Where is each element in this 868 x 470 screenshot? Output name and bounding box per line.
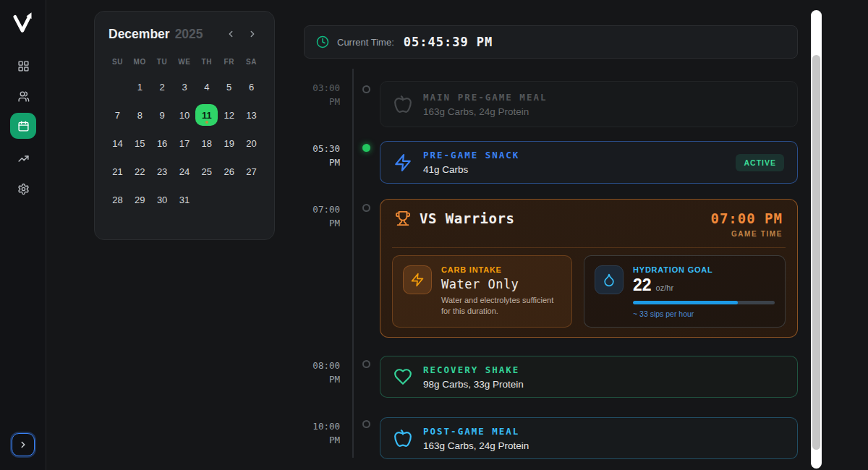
calendar-day[interactable]: 26 — [218, 161, 240, 182]
calendar-header: December2025 — [106, 26, 263, 42]
zap-icon — [393, 153, 412, 172]
calendar-next-button[interactable] — [244, 26, 260, 42]
timeline-dot-upcoming — [362, 420, 370, 428]
calendar-day[interactable]: 28 — [106, 189, 129, 210]
event-card-main-pre-game-meal[interactable]: MAIN PRE-GAME MEAL 163g Carbs, 24g Prote… — [380, 81, 798, 127]
event-subtitle: 163g Carbs, 24g Protein — [423, 106, 547, 117]
trophy-icon — [395, 210, 411, 226]
calendar-day[interactable]: 6 — [240, 76, 263, 98]
calendar-day[interactable]: 29 — [129, 189, 151, 210]
calendar-day[interactable]: 1 — [129, 76, 151, 98]
heart-icon — [393, 367, 412, 386]
timeline-time-0530pm: 05:30PM — [304, 142, 340, 169]
calendar-day[interactable]: 17 — [174, 132, 196, 154]
calendar-day[interactable]: 25 — [195, 161, 218, 182]
game-time-label: GAME TIME — [710, 230, 783, 238]
apple-icon — [393, 95, 412, 114]
calendar-day[interactable]: 13 — [240, 104, 263, 126]
weekday-label: SU — [106, 58, 129, 66]
hydration-content: HYDRATION GOAL 22oz/hr ~ 33 sips per hou… — [633, 265, 775, 317]
active-status-badge: ACTIVE — [736, 154, 784, 171]
calendar-day[interactable]: 31 — [174, 189, 196, 210]
calendar-day[interactable]: 20 — [240, 132, 263, 154]
scrollbar-thumb[interactable] — [812, 55, 820, 450]
calendar-day[interactable]: 7 — [106, 104, 129, 126]
calendar-day[interactable]: 5 — [218, 76, 240, 98]
sidebar — [0, 0, 46, 470]
calendar-day[interactable]: 21 — [106, 161, 129, 182]
game-title: VS Warriors — [420, 210, 514, 226]
hydration-goal-card[interactable]: HYDRATION GOAL 22oz/hr ~ 33 sips per hou… — [584, 255, 786, 328]
sidebar-item-dashboard[interactable] — [0, 59, 46, 73]
sidebar-item-trends[interactable] — [0, 151, 46, 166]
carb-intake-description: Water and electrolytes sufficient for th… — [441, 295, 561, 317]
scrollbar-track[interactable] — [811, 10, 822, 469]
chevron-right-icon — [247, 29, 258, 39]
calendar-day[interactable]: 3 — [174, 76, 196, 98]
calendar-day[interactable]: 23 — [151, 161, 174, 182]
weekday-label: WE — [174, 58, 196, 66]
event-card-pre-game-snack[interactable]: PRE-GAME SNACK 41g Carbs ACTIVE — [380, 141, 798, 184]
calendar-nav — [223, 26, 260, 42]
hydration-note: ~ 33 sips per hour — [633, 309, 775, 318]
calendar-event-dot — [205, 121, 208, 124]
v-arrow-logo-icon — [10, 25, 36, 37]
event-card-recovery-shake[interactable]: RECOVERY SHAKE 98g Carbs, 33g Protein — [380, 356, 798, 398]
calendar-day[interactable]: 9 — [151, 104, 174, 126]
sidebar-item-team[interactable] — [0, 89, 46, 103]
calendar-day[interactable]: 4 — [195, 76, 218, 98]
chevron-right-icon — [18, 440, 28, 450]
apple-icon — [393, 429, 412, 448]
hydration-progress-fill — [633, 301, 738, 304]
brand-logo[interactable] — [10, 9, 36, 35]
timeline-dot-past — [362, 85, 370, 93]
timeline-time-1000pm: 10:00PM — [304, 419, 340, 447]
dashboard-icon — [17, 60, 30, 72]
timeline-time-0700pm: 07:00PM — [304, 202, 340, 230]
calendar-month: December — [109, 27, 170, 41]
event-text: POST-GAME MEAL 163g Carbs, 24g Protein — [423, 426, 529, 451]
event-card-game[interactable]: VS Warriors 07:00 PM GAME TIME CARB INTA… — [380, 199, 798, 338]
event-subtitle: 98g Carbs, 33g Protein — [423, 379, 524, 390]
zap-icon — [403, 265, 432, 294]
calendar-day[interactable]: 30 — [151, 189, 174, 210]
chevron-left-icon — [226, 29, 236, 39]
sidebar-item-calendar[interactable] — [10, 113, 36, 139]
event-card-post-game-meal[interactable]: POST-GAME MEAL 163g Carbs, 24g Protein — [380, 417, 798, 459]
calendar-day[interactable]: 16 — [151, 132, 174, 154]
weekday-label: FR — [218, 58, 240, 66]
hydration-unit: oz/hr — [656, 283, 673, 292]
sidebar-expand-button[interactable] — [12, 433, 35, 456]
timeline-time-0800pm: 08:00PM — [304, 359, 340, 386]
users-icon — [17, 90, 30, 103]
sidebar-item-settings[interactable] — [0, 181, 46, 196]
calendar-day[interactable]: 14 — [106, 132, 129, 154]
calendar-day[interactable]: 8 — [129, 104, 151, 126]
calendar-day[interactable]: 27 — [240, 161, 263, 182]
calendar-day-empty — [106, 76, 129, 98]
calendar-day-selected[interactable]: 11 — [195, 104, 218, 126]
timeline-dot-game — [362, 204, 370, 212]
timeline-line — [352, 69, 354, 458]
calendar-weekdays: SU MO TU WE TH FR SA — [106, 58, 263, 66]
calendar-prev-button[interactable] — [223, 26, 239, 42]
main-content: Current Time: 05:45:39 PM 03:00PM 05:30P… — [304, 0, 798, 470]
event-text: MAIN PRE-GAME MEAL 163g Carbs, 24g Prote… — [423, 92, 547, 117]
carb-intake-card[interactable]: CARB INTAKE Water Only Water and electro… — [392, 255, 572, 328]
calendar-day[interactable]: 24 — [174, 161, 196, 182]
calendar-day[interactable]: 12 — [218, 104, 240, 126]
calendar-day[interactable]: 2 — [151, 76, 174, 98]
settings-icon — [17, 183, 30, 195]
calendar-day[interactable]: 10 — [174, 104, 196, 126]
calendar-day[interactable]: 18 — [195, 132, 218, 154]
calendar-day[interactable]: 15 — [129, 132, 151, 154]
current-time-label: Current Time: — [337, 37, 394, 48]
event-title: MAIN PRE-GAME MEAL — [423, 92, 547, 103]
trending-up-icon — [17, 153, 30, 165]
calendar-day[interactable]: 19 — [218, 132, 240, 154]
current-time-bar: Current Time: 05:45:39 PM — [304, 25, 798, 59]
calendar-day[interactable]: 22 — [129, 161, 151, 182]
clock-icon — [316, 35, 329, 48]
calendar-panel: December2025 SU MO TU WE TH FR SA 123456… — [94, 11, 275, 240]
carb-intake-value: Water Only — [441, 277, 561, 291]
